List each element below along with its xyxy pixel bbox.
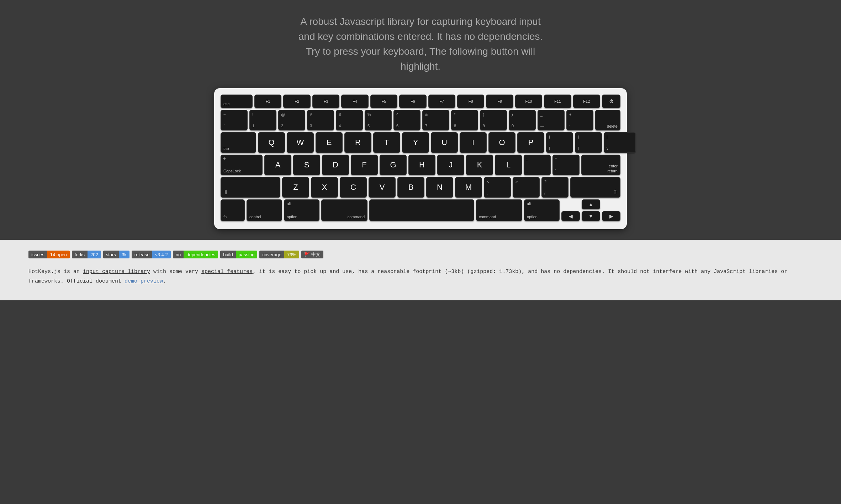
- capslock-indicator: [223, 157, 226, 160]
- qwerty-row: tab Q W E R T Y U I O P { [ } ] | \: [221, 132, 620, 153]
- key-tab[interactable]: tab: [221, 132, 256, 153]
- key-a[interactable]: A: [264, 155, 291, 175]
- key-enter[interactable]: enter return: [581, 155, 620, 175]
- home-row: CapsLock A S D F G H J K L : ; " ' enter…: [221, 155, 620, 175]
- key-f5[interactable]: F5: [370, 95, 397, 108]
- key-f4[interactable]: F4: [341, 95, 368, 108]
- shift-row: ⇧ Z X C V B N M < , > . ? / ⇧: [221, 177, 620, 198]
- key-power[interactable]: ⏻: [602, 95, 620, 108]
- key-1[interactable]: ! 1: [249, 110, 276, 130]
- key-0[interactable]: ) 0: [509, 110, 536, 130]
- key-w[interactable]: W: [287, 132, 314, 153]
- key-capslock[interactable]: CapsLock: [221, 155, 263, 175]
- key-4[interactable]: $ 4: [336, 110, 363, 130]
- key-s[interactable]: S: [293, 155, 320, 175]
- function-row: esc F1 F2 F3 F4 F5 F6 F7 F8 F9 F10 F11 F…: [221, 95, 620, 108]
- key-f1[interactable]: F1: [254, 95, 281, 108]
- key-esc[interactable]: esc: [221, 95, 253, 108]
- key-alt-left[interactable]: alt option: [284, 199, 319, 221]
- key-o[interactable]: O: [488, 132, 515, 153]
- key-shift-left[interactable]: ⇧: [221, 177, 280, 198]
- link-special-features[interactable]: special features: [201, 269, 253, 275]
- key-quote[interactable]: " ': [552, 155, 580, 175]
- key-alt-right[interactable]: alt option: [524, 199, 560, 221]
- number-row: ~ ` ! 1 @ 2 # 3 $ 4 % 5: [221, 110, 620, 130]
- key-f[interactable]: F: [351, 155, 378, 175]
- key-f3[interactable]: F3: [312, 95, 339, 108]
- link-input-capture[interactable]: input capture library: [83, 269, 150, 275]
- key-z[interactable]: Z: [282, 177, 309, 198]
- badge-build[interactable]: build passing: [220, 251, 257, 258]
- content-section: issues 14 open forks 202 stars 3k releas…: [0, 240, 841, 300]
- badge-issues[interactable]: issues 14 open: [28, 251, 70, 258]
- key-space[interactable]: [369, 199, 474, 221]
- key-command-right[interactable]: command: [476, 199, 522, 221]
- key-8[interactable]: * 8: [451, 110, 478, 130]
- key-k[interactable]: K: [466, 155, 493, 175]
- key-g[interactable]: G: [380, 155, 407, 175]
- key-9[interactable]: ( 9: [480, 110, 507, 130]
- keyboard-section: esc F1 F2 F3 F4 F5 F6 F7 F8 F9 F10 F11 F…: [0, 85, 841, 240]
- key-t[interactable]: T: [373, 132, 400, 153]
- key-period[interactable]: > .: [513, 177, 540, 198]
- key-f8[interactable]: F8: [457, 95, 484, 108]
- key-fn[interactable]: fn: [221, 199, 245, 221]
- key-6[interactable]: ^ 6: [393, 110, 420, 130]
- key-slash[interactable]: ? /: [541, 177, 568, 198]
- key-arrow-left[interactable]: ◀: [561, 211, 580, 221]
- key-f2[interactable]: F2: [283, 95, 310, 108]
- key-d[interactable]: D: [322, 155, 349, 175]
- key-y[interactable]: Y: [402, 132, 429, 153]
- key-f6[interactable]: F6: [399, 95, 426, 108]
- hero-section: A robust Javascript library for capturin…: [0, 0, 841, 85]
- key-b[interactable]: B: [397, 177, 424, 198]
- key-j[interactable]: J: [437, 155, 464, 175]
- key-n[interactable]: N: [426, 177, 453, 198]
- badge-coverage[interactable]: coverage 79%: [259, 251, 299, 258]
- badge-china[interactable]: 🚩 中文: [301, 251, 323, 258]
- key-f12[interactable]: F12: [573, 95, 600, 108]
- key-i[interactable]: I: [460, 132, 487, 153]
- key-arrow-up[interactable]: ▲: [582, 199, 600, 209]
- key-5[interactable]: % 5: [365, 110, 392, 130]
- key-u[interactable]: U: [431, 132, 458, 153]
- keyboard: esc F1 F2 F3 F4 F5 F6 F7 F8 F9 F10 F11 F…: [214, 88, 627, 229]
- key-r[interactable]: R: [344, 132, 371, 153]
- key-7[interactable]: & 7: [422, 110, 449, 130]
- link-demo-preview[interactable]: demo preview: [125, 278, 163, 284]
- key-bracket-right[interactable]: } ]: [575, 132, 602, 153]
- badge-release[interactable]: release v3.4.2: [132, 251, 171, 258]
- key-l[interactable]: L: [495, 155, 522, 175]
- description-paragraph: HotKeys.js is an input capture library w…: [28, 267, 813, 286]
- key-arrow-right[interactable]: ▶: [602, 211, 620, 221]
- badge-forks[interactable]: forks 202: [72, 251, 101, 258]
- key-f10[interactable]: F10: [515, 95, 542, 108]
- key-backslash[interactable]: | \: [604, 132, 636, 153]
- key-c[interactable]: C: [340, 177, 367, 198]
- badge-stars[interactable]: stars 3k: [103, 251, 129, 258]
- key-f7[interactable]: F7: [428, 95, 455, 108]
- key-equals[interactable]: + :: [566, 110, 593, 130]
- key-f11[interactable]: F11: [544, 95, 571, 108]
- key-2[interactable]: @ 2: [278, 110, 305, 130]
- key-e[interactable]: E: [316, 132, 343, 153]
- key-minus[interactable]: _ —: [538, 110, 565, 130]
- key-bracket-left[interactable]: { [: [546, 132, 573, 153]
- key-shift-right[interactable]: ⇧: [570, 177, 620, 198]
- key-m[interactable]: M: [455, 177, 482, 198]
- key-command-left[interactable]: command: [321, 199, 367, 221]
- key-q[interactable]: Q: [258, 132, 285, 153]
- key-tilde[interactable]: ~ `: [221, 110, 248, 130]
- key-h[interactable]: H: [408, 155, 435, 175]
- key-comma[interactable]: < ,: [484, 177, 511, 198]
- badge-no-deps[interactable]: no dependencies: [173, 251, 218, 258]
- key-semicolon[interactable]: : ;: [524, 155, 551, 175]
- key-delete[interactable]: delete: [595, 110, 620, 130]
- key-p[interactable]: P: [517, 132, 544, 153]
- key-f9[interactable]: F9: [486, 95, 513, 108]
- key-arrow-down[interactable]: ▼: [582, 211, 600, 221]
- key-x[interactable]: X: [311, 177, 338, 198]
- key-control[interactable]: control: [247, 199, 282, 221]
- key-3[interactable]: # 3: [307, 110, 334, 130]
- key-v[interactable]: V: [369, 177, 396, 198]
